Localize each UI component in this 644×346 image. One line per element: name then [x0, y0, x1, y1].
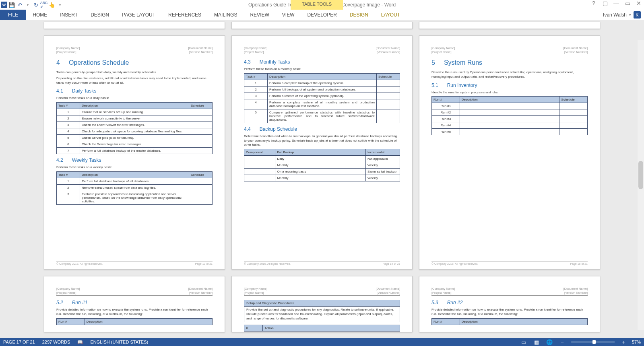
table-row: 2Perform full backups of all system and …: [244, 86, 400, 93]
minimize-icon[interactable]: —: [613, 0, 620, 6]
table-row: Run #3: [432, 116, 588, 122]
heading-5-1: 5.1Run Inventory: [431, 82, 588, 88]
save-icon[interactable]: 💾: [8, 1, 15, 8]
zoom-level[interactable]: 57%: [632, 340, 641, 344]
page-footer: © Company 2016. All rights reserved.Page…: [431, 261, 588, 265]
table-row: 4Check for adequate disk space for growi…: [57, 128, 213, 135]
setup-box[interactable]: Setup and Diagnostic Procedures Provide …: [244, 300, 400, 322]
backup-intro: Determine how often and when to run back…: [244, 134, 400, 147]
quick-access-toolbar: W 💾 ↶ ▾ ↻ ABC✔ 👆 ▾: [0, 1, 64, 8]
diag-table[interactable]: #Action: [244, 325, 400, 332]
page-13[interactable]: [Company Name][Project Name] [Document N…: [44, 35, 225, 270]
table-row: Run #4: [432, 122, 588, 129]
table-row: 6Check the Server logs for error message…: [57, 141, 213, 148]
setup-body: Provide the set-up and diagnostic proced…: [244, 307, 400, 322]
run1-table[interactable]: Run #Description: [56, 318, 213, 325]
tab-table-layout[interactable]: LAYOUT: [375, 10, 407, 20]
heading-5-2: 5.2Run #1: [56, 300, 213, 305]
heading-4-3: 4.3Monthly Tasks: [244, 59, 400, 65]
page-header: [Company Name][Project Name] [Document N…: [56, 46, 213, 55]
tab-home[interactable]: HOME: [26, 10, 54, 20]
page-prev-1: [44, 22, 225, 29]
tab-file[interactable]: FILE: [0, 10, 26, 20]
table-row: 5Compare gathered performance statistics…: [244, 109, 400, 123]
document-workspace[interactable]: [Company Name][Project Name] [Document N…: [0, 20, 644, 338]
page-prev-3: [419, 22, 600, 29]
status-words[interactable]: 2297 WORDS: [42, 340, 70, 344]
spelling-icon[interactable]: ABC✔: [40, 1, 47, 8]
weekly-tasks-table[interactable]: Task #DescriptionSchedule 1Perform full …: [56, 171, 213, 205]
read-mode-icon[interactable]: ▭: [519, 339, 528, 345]
intro-text-2: Depending on the circumstances, addition…: [56, 76, 213, 85]
backup-schedule-table[interactable]: ComponentFull BackupIncremental DailyNot…: [244, 149, 400, 181]
word-icon: W: [1, 2, 7, 8]
account-menu[interactable]: Ivan Walsh ▾ K: [603, 11, 641, 19]
weekly-intro: Perform these tasks on a weekly basis:: [56, 165, 213, 170]
heading-4-2: 4.2Weekly Tasks: [56, 157, 213, 163]
daily-tasks-table[interactable]: Task #DescriptionSchedule 1Ensure that a…: [56, 102, 213, 154]
table-row: Run #5: [432, 129, 588, 135]
redo-icon[interactable]: ↻: [32, 1, 39, 8]
table-row: 4Perform a complete restore of all month…: [244, 99, 400, 109]
monthly-tasks-table[interactable]: Task #DescriptionSchedule 1Perform a com…: [244, 73, 400, 123]
page-footer: © Company 2016. All rights reserved.Page…: [56, 261, 213, 265]
proofing-icon[interactable]: 📖: [77, 340, 83, 345]
status-page[interactable]: PAGE 17 OF 21: [3, 340, 35, 344]
inventory-intro: Identify the runs for system programs an…: [431, 91, 588, 95]
status-bar: PAGE 17 OF 21 2297 WORDS 📖 ENGLISH (UNIT…: [0, 338, 644, 346]
touch-mode-icon[interactable]: 👆: [48, 1, 56, 8]
run2-table[interactable]: Run #Description: [431, 318, 588, 325]
table-row: Run #1: [432, 103, 588, 109]
page-15[interactable]: [Company Name][Project Name] [Document N…: [419, 35, 600, 270]
vertical-scrollbar[interactable]: [638, 40, 644, 330]
maximize-icon[interactable]: ▭: [624, 0, 631, 6]
zoom-in-icon[interactable]: +: [619, 339, 628, 345]
run-inventory-table[interactable]: Run #DescriptionSchedule Run #1 Run #2 R…: [431, 96, 588, 135]
qat-customize-icon[interactable]: ▾: [56, 1, 64, 8]
run1-intro: Provide detailed information on how to e…: [56, 308, 213, 317]
undo-icon[interactable]: ↶: [16, 1, 23, 8]
ribbon-options-icon[interactable]: ▢: [601, 0, 609, 6]
help-icon[interactable]: ?: [590, 0, 597, 6]
tab-developer[interactable]: DEVELOPER: [301, 10, 343, 20]
page-16[interactable]: [Company Name][Project Name] [Document N…: [44, 276, 225, 332]
heading-5-3: 5.3Run #2: [431, 300, 588, 305]
account-name: Ivan Walsh: [603, 12, 627, 18]
window-controls: ? ▢ — ▭ ✕: [590, 0, 642, 6]
undo-dropdown-icon[interactable]: ▾: [24, 1, 31, 8]
heading-4: 4Operations Schedule: [56, 59, 213, 66]
account-badge: K: [634, 11, 641, 19]
table-row: 3Check the Event Viewer for error messag…: [57, 122, 213, 128]
tab-insert[interactable]: INSERT: [54, 10, 84, 20]
zoom-out-icon[interactable]: −: [558, 339, 567, 345]
page-17[interactable]: [Company Name][Project Name] [Document N…: [231, 276, 413, 332]
status-language[interactable]: ENGLISH (UNITED STATES): [90, 340, 148, 344]
table-row: 5Check Server jobs (look for failures).: [57, 135, 213, 141]
tab-review[interactable]: REVIEW: [244, 10, 275, 20]
tab-view[interactable]: VIEW: [276, 10, 301, 20]
close-icon[interactable]: ✕: [635, 0, 642, 6]
scrollbar-thumb[interactable]: [638, 161, 643, 189]
table-row: 2Ensure network connectivity to the serv…: [57, 115, 213, 122]
print-layout-icon[interactable]: ▦: [532, 339, 541, 345]
account-dropdown-icon: ▾: [629, 13, 631, 17]
zoom-slider[interactable]: [571, 341, 615, 343]
tab-mailings[interactable]: MAILINGS: [208, 10, 244, 20]
tab-design[interactable]: DESIGN: [84, 10, 116, 20]
table-row: 1Perform a complete backup of the operat…: [244, 80, 400, 86]
tab-references[interactable]: REFERENCES: [162, 10, 208, 20]
tab-table-design[interactable]: DESIGN: [343, 10, 375, 20]
heading-4-1: 4.1Daily Tasks: [56, 88, 213, 94]
zoom-thumb[interactable]: [592, 340, 596, 344]
table-row: DailyNot applicable: [244, 156, 400, 162]
ribbon-tabs: FILE HOME INSERT DESIGN PAGE LAYOUT REFE…: [0, 10, 644, 20]
web-layout-icon[interactable]: 🌐: [545, 339, 554, 345]
page-header: [Company Name][Project Name] [Document N…: [431, 46, 588, 55]
page-14[interactable]: [Company Name][Project Name] [Document N…: [231, 35, 413, 270]
page-18[interactable]: [Company Name][Project Name] [Document N…: [419, 276, 600, 332]
table-row: MonthlyWeekly: [244, 162, 400, 169]
tab-page-layout[interactable]: PAGE LAYOUT: [116, 10, 162, 20]
page-prev-2: [231, 22, 413, 29]
table-row: 3Perform a restore of the operating syst…: [244, 93, 400, 99]
page-header: [Company Name][Project Name] [Document N…: [56, 287, 213, 296]
